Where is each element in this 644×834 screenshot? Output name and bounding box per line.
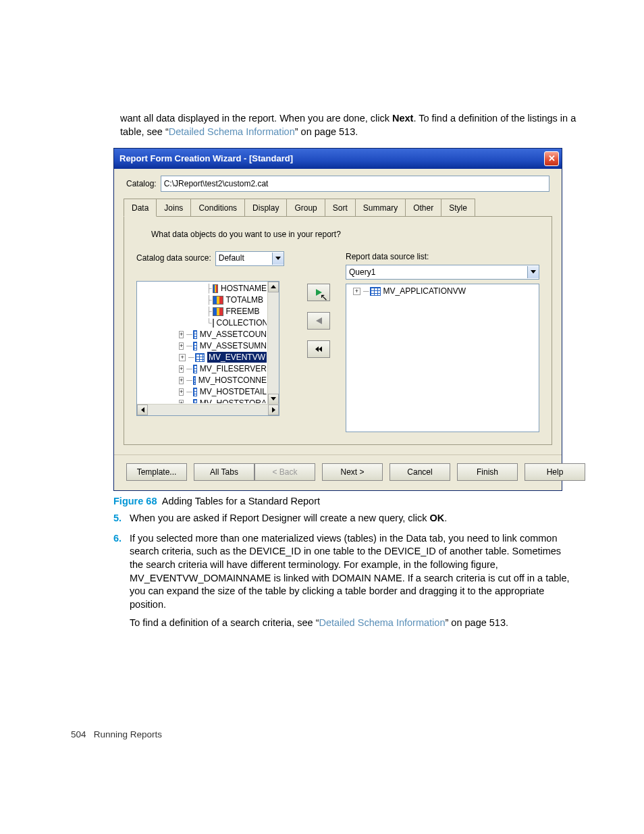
tab-group[interactable]: Group — [286, 199, 325, 216]
link-schema-info-1[interactable]: Detailed Schema Information — [169, 126, 295, 137]
table-icon — [193, 388, 197, 396]
column-icon — [213, 284, 218, 293]
close-icon: ✕ — [548, 153, 556, 165]
tab-sort[interactable]: Sort — [325, 199, 356, 216]
tree-column[interactable]: └COLLECTION — [140, 317, 267, 329]
dialog-title: Report Form Creation Wizard - [Standard] — [119, 153, 293, 165]
expand-icon[interactable]: + — [179, 388, 184, 396]
tab-style[interactable]: Style — [441, 199, 475, 216]
tab-bar: Data Joins Conditions Display Group Sort… — [124, 199, 552, 217]
cursor-icon: ↖ — [320, 291, 328, 304]
scroll-right-icon[interactable] — [268, 405, 279, 415]
tab-data[interactable]: Data — [124, 199, 157, 217]
tree-view[interactable]: +─MV_HOSTSTORA — [140, 398, 267, 403]
add-button[interactable]: ↖ — [307, 284, 330, 301]
tree-column[interactable]: ├HOSTNAME — [140, 283, 267, 294]
titlebar: Report Form Creation Wizard - [Standard]… — [114, 149, 562, 169]
double-arrow-left-icon — [315, 346, 322, 352]
step-number: 6. — [113, 532, 122, 546]
catalog-row: Catalog: C:\JReport\test2\custom2.cat — [114, 169, 562, 196]
close-button[interactable]: ✕ — [544, 151, 559, 166]
figure-caption: Figure 68 Adding Tables for a Standard R… — [113, 495, 576, 509]
step-text: If you selected more than one materializ… — [130, 533, 570, 610]
tree-view[interactable]: +─MV_ASSETSUMN — [140, 340, 267, 352]
scroll-down-icon[interactable] — [268, 394, 279, 405]
tree-view[interactable]: +─MV_ASSETCOUN — [140, 329, 267, 340]
alltabs-button[interactable]: All Tabs — [194, 463, 254, 481]
expand-icon[interactable]: + — [179, 331, 184, 338]
scroll-up-icon[interactable] — [268, 282, 279, 292]
table-icon — [193, 376, 196, 385]
inner-panel: What data objects do you want to use in … — [124, 217, 552, 444]
chevron-down-icon — [272, 253, 284, 265]
tab-display[interactable]: Display — [244, 199, 287, 216]
vertical-scrollbar[interactable] — [267, 282, 279, 405]
table-icon — [195, 353, 205, 362]
report-ds-label: Report data source list: — [346, 251, 539, 262]
step-6: 6. If you selected more than one materia… — [113, 532, 576, 630]
expand-icon[interactable]: + — [179, 377, 184, 384]
column-icon — [213, 319, 214, 328]
expand-icon[interactable]: + — [179, 400, 184, 403]
prompt-text: What data objects do you want to use in … — [136, 226, 539, 251]
table-icon — [370, 287, 381, 296]
tab-summary[interactable]: Summary — [355, 199, 406, 216]
tree-view[interactable]: +─MV_FILESERVER — [140, 363, 267, 375]
step-number: 5. — [113, 512, 122, 525]
tree-column[interactable]: ├TOTALMB — [140, 294, 267, 306]
button-row: Template... All Tabs < Back Next > Cance… — [114, 454, 562, 490]
tree-column[interactable]: ├FREEMB — [140, 306, 267, 317]
tree-view[interactable]: +─MV_APPLICATIONVW — [349, 286, 536, 297]
expand-icon[interactable]: + — [179, 342, 184, 350]
expand-icon[interactable]: + — [179, 365, 184, 373]
tree-view[interactable]: +─MV_HOSTDETAIL — [140, 386, 267, 398]
tab-joins[interactable]: Joins — [156, 199, 191, 216]
expand-icon[interactable]: + — [179, 354, 186, 361]
tab-other[interactable]: Other — [405, 199, 441, 216]
catalog-label: Catalog: — [126, 178, 157, 189]
table-icon — [193, 330, 197, 339]
intro-text-a: want all data displayed in the report. W… — [120, 113, 392, 124]
page-number: 504 — [71, 729, 86, 739]
step-5: 5. When you are asked if Report Designer… — [113, 512, 576, 525]
section-title: Running Reports — [94, 729, 162, 739]
intro-bold-next: Next — [392, 113, 413, 124]
arrow-left-icon — [316, 317, 322, 324]
catalog-ds-combo[interactable]: Default — [215, 251, 284, 266]
column-icon — [213, 296, 223, 305]
table-icon — [193, 399, 197, 403]
template-button[interactable]: Template... — [126, 463, 187, 481]
tab-conditions[interactable]: Conditions — [190, 199, 245, 216]
step-text: To find a definition of a search criteri… — [130, 617, 319, 628]
link-schema-info-2[interactable]: Detailed Schema Information — [319, 617, 445, 628]
next-button[interactable]: Next > — [322, 463, 383, 481]
source-tree[interactable]: ├HOSTNAME ├TOTALMB ├FREEMB └COLLECTION +… — [136, 281, 279, 416]
intro-paragraph: want all data displayed in the report. W… — [120, 112, 576, 138]
finish-button[interactable]: Finish — [457, 463, 518, 481]
horizontal-scrollbar[interactable] — [137, 404, 279, 415]
tree-view-selected[interactable]: +─MV_EVENTVW — [140, 352, 267, 363]
remove-all-button[interactable] — [307, 340, 330, 358]
remove-button[interactable] — [307, 312, 330, 330]
page-footer: 504 Running Reports — [71, 729, 162, 741]
target-tree[interactable]: +─MV_APPLICATIONVW — [346, 284, 539, 432]
wizard-dialog: Report Form Creation Wizard - [Standard]… — [113, 148, 562, 491]
tree-view[interactable]: +─MV_HOSTCONNE — [140, 375, 267, 386]
figure-caption-text: Adding Tables for a Standard Report — [162, 496, 320, 506]
step-text: ” on page 513. — [445, 617, 508, 628]
table-icon — [193, 365, 197, 373]
step-text: When you are asked if Report Designer wi… — [130, 513, 430, 523]
back-button[interactable]: < Back — [254, 463, 315, 481]
expand-icon[interactable]: + — [353, 288, 360, 295]
figure-label: Figure 68 — [113, 496, 157, 506]
report-ds-value: Query1 — [349, 267, 375, 278]
scroll-left-icon[interactable] — [137, 405, 148, 415]
intro-text-c: ” on page 513. — [295, 126, 358, 137]
cancel-button[interactable]: Cancel — [390, 463, 450, 481]
chevron-down-icon — [527, 266, 539, 278]
help-button[interactable]: Help — [525, 463, 585, 481]
table-icon — [193, 342, 197, 350]
step-bold-ok: OK — [430, 513, 445, 523]
report-ds-combo[interactable]: Query1 — [346, 265, 539, 280]
catalog-input[interactable]: C:\JReport\test2\custom2.cat — [161, 176, 549, 192]
